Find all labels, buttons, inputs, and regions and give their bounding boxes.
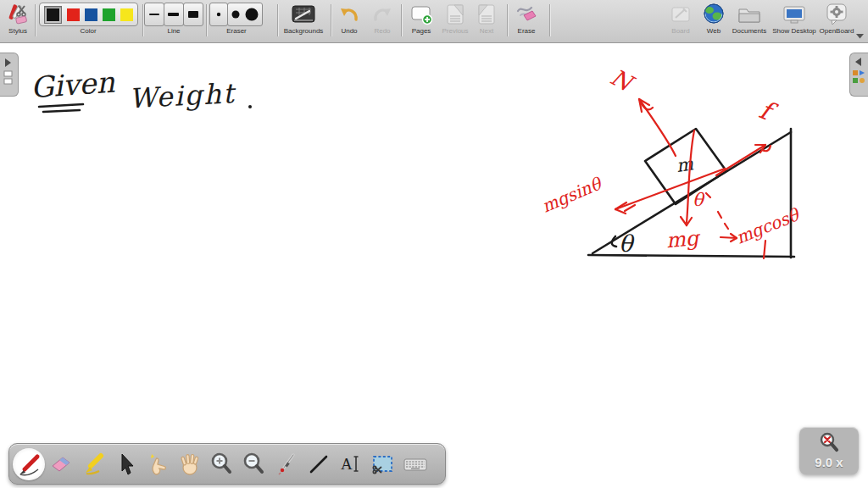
tool-hand-button[interactable] xyxy=(174,446,206,483)
friction-label: f xyxy=(755,94,782,128)
line-medium-button[interactable] xyxy=(164,3,184,26)
tool-zoom-out-button[interactable] xyxy=(238,446,270,483)
eraser-icon xyxy=(48,452,74,477)
angle-label-black: θ xyxy=(619,230,635,257)
eraser-group: Eraser xyxy=(210,3,263,35)
stylus-label: Stylus xyxy=(8,27,27,35)
erase-icon xyxy=(515,3,538,26)
next-button[interactable]: Next xyxy=(471,3,502,35)
tool-eraser-button[interactable] xyxy=(45,446,77,483)
angle-label-red: θ xyxy=(693,190,705,210)
documents-label: Documents xyxy=(732,27,766,35)
tool-capture-button[interactable] xyxy=(367,446,399,483)
given-underline-2 xyxy=(43,110,80,112)
next-label: Next xyxy=(480,27,493,35)
redo-label: Redo xyxy=(374,27,390,35)
show-desktop-button[interactable]: Show Desktop xyxy=(770,3,819,35)
documents-button[interactable]: Documents xyxy=(727,3,771,35)
color-swatch-yellow[interactable] xyxy=(120,8,133,21)
color-group: Color xyxy=(37,3,139,35)
stylus-icon xyxy=(6,3,30,26)
friction-vector-line xyxy=(716,145,765,175)
tool-pen-button[interactable] xyxy=(13,446,45,483)
show-desktop-label: Show Desktop xyxy=(772,27,816,35)
openboard-gear-icon xyxy=(825,3,849,26)
eraser-small-button[interactable] xyxy=(209,3,228,26)
chevron-down-icon[interactable] xyxy=(856,34,865,39)
erase-label: Erase xyxy=(518,27,536,35)
top-toolbar: Stylus Color Line xyxy=(0,0,868,43)
toolbar-separator xyxy=(206,4,207,36)
tool-pointer-button[interactable] xyxy=(270,446,303,483)
toolbar-separator xyxy=(401,4,402,36)
pages-label: Pages xyxy=(412,27,431,35)
web-globe-icon xyxy=(703,3,725,26)
line-thick-button[interactable] xyxy=(183,3,203,26)
stylus-button[interactable]: Stylus xyxy=(2,3,34,35)
weight-text: Weight xyxy=(128,77,236,115)
pages-icon xyxy=(409,3,433,26)
tool-interact-button[interactable] xyxy=(142,446,174,483)
tool-line-button[interactable] xyxy=(303,446,335,483)
web-button[interactable]: Web xyxy=(698,3,729,35)
openboard-menu-button[interactable]: OpenBoard xyxy=(815,3,858,35)
toolbar-separator xyxy=(142,4,143,36)
pointing-hand-icon xyxy=(145,452,170,477)
open-hand-icon xyxy=(177,452,203,477)
left-drawer-tab[interactable] xyxy=(0,53,19,97)
text-tool-icon: A xyxy=(338,452,364,477)
normal-label: N xyxy=(606,64,639,98)
color-swatch-blue[interactable] xyxy=(85,8,97,21)
next-page-icon xyxy=(476,3,498,26)
line-thin-button[interactable] xyxy=(144,3,164,26)
mg-label: mg xyxy=(665,226,702,252)
board-icon xyxy=(670,3,692,26)
bottom-toolbar: A xyxy=(8,443,446,485)
previous-page-icon xyxy=(444,3,466,26)
erase-button[interactable]: Erase xyxy=(509,3,544,35)
zoom-out-icon xyxy=(242,452,267,477)
color-label: Color xyxy=(80,27,96,35)
tool-selector-button[interactable] xyxy=(109,446,142,483)
documents-folder-icon xyxy=(737,3,762,26)
pages-button[interactable]: Pages xyxy=(403,3,439,35)
red-ink-text: N f mg θ mgsinθ mgcosθ xyxy=(539,64,804,252)
tool-text-button[interactable]: A xyxy=(335,446,367,483)
color-swatch-black[interactable] xyxy=(44,6,62,24)
color-swatch-green[interactable] xyxy=(103,8,115,21)
mgcos-dash-2 xyxy=(725,224,728,229)
zoom-level-text: 9.0 x xyxy=(815,455,843,469)
zoom-in-icon xyxy=(209,452,235,477)
board-button[interactable]: Board xyxy=(664,3,698,35)
previous-button[interactable]: Previous xyxy=(439,3,471,35)
previous-label: Previous xyxy=(442,27,468,35)
toolbar-separator xyxy=(549,4,550,36)
toolbar-separator xyxy=(277,4,278,36)
mgsin-label: mgsinθ xyxy=(539,173,606,217)
undo-label: Undo xyxy=(341,27,357,35)
keyboard-icon xyxy=(403,452,428,477)
laser-pointer-icon xyxy=(274,452,299,477)
redo-icon xyxy=(371,3,393,26)
undo-icon xyxy=(338,3,360,26)
zoom-reset-icon xyxy=(818,432,840,454)
color-swatch-red[interactable] xyxy=(67,8,80,21)
library-drawer-tab[interactable] xyxy=(849,53,868,97)
eraser-medium-large-buttons[interactable] xyxy=(227,3,263,26)
zoom-indicator[interactable]: 9.0 x xyxy=(799,427,859,474)
tool-zoom-in-button[interactable] xyxy=(206,446,238,483)
mass-label: m xyxy=(675,153,694,176)
angle-red-tick xyxy=(706,193,710,197)
backgrounds-button[interactable]: Backgrounds xyxy=(280,3,327,35)
whiteboard-canvas[interactable]: Given Weight m θ N f mg θ mgsinθ xyxy=(0,0,868,488)
tool-highlighter-button[interactable] xyxy=(77,446,109,483)
line-label: Line xyxy=(167,27,180,35)
line-group: Line xyxy=(146,3,202,35)
board-label: Board xyxy=(671,27,689,35)
expand-right-icon xyxy=(0,53,16,94)
expand-left-icon xyxy=(850,53,866,94)
tool-keyboard-button[interactable] xyxy=(399,446,431,483)
redo-button[interactable]: Redo xyxy=(366,3,398,35)
undo-button[interactable]: Undo xyxy=(332,3,366,35)
highlighter-icon xyxy=(81,452,106,477)
